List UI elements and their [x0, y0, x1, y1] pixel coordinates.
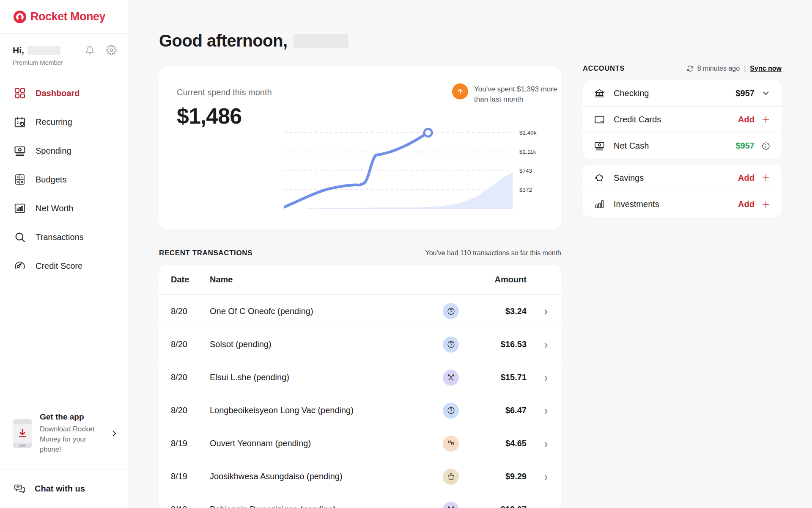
transaction-amount: $9.29 [459, 472, 527, 481]
plus-icon[interactable] [761, 115, 771, 124]
transaction-row[interactable]: 8/20Longbeoikeisyeon Long Vac (pending)$… [159, 394, 561, 427]
transaction-date: 8/19 [171, 505, 210, 508]
transaction-amount: $4.65 [459, 439, 527, 448]
spend-delta: You've spent $1,393 more than last month [452, 83, 558, 105]
account-row-checking[interactable]: $Checking$957 [583, 80, 782, 106]
spend-amount: $1,486 [177, 103, 272, 129]
budgets-icon [14, 173, 26, 186]
transaction-row[interactable]: 8/20Elsui L.she (pending)$15.71 [159, 361, 561, 394]
chat-with-us[interactable]: Chat with us [0, 469, 129, 508]
transaction-name: Joosikhwesa Asungdaiso (pending) [210, 472, 443, 481]
piggy-bank-icon [594, 172, 605, 184]
sidebar-item-budgets[interactable]: Budgets [0, 165, 129, 194]
svg-text:$1.11k: $1.11k [519, 149, 536, 155]
chevron-down-icon[interactable] [761, 88, 771, 98]
sidebar-item-net-worth[interactable]: Net Worth [0, 194, 129, 223]
gear-icon[interactable] [106, 45, 117, 55]
accounts-title: ACCOUNTS [583, 64, 625, 72]
sidebar: Rocket Money Hi, Premium Member Dashboar… [0, 0, 129, 508]
transaction-row[interactable]: 8/20Solsot (pending)$16.53 [159, 328, 561, 361]
recurring-icon [14, 116, 26, 128]
credit-card-icon [594, 114, 605, 125]
transaction-date: 8/20 [171, 340, 210, 349]
bell-icon[interactable] [85, 45, 95, 55]
info-icon[interactable] [761, 141, 771, 151]
logo-text: Rocket Money [30, 10, 105, 23]
svg-text:$372: $372 [519, 187, 532, 193]
membership-label: Premium Member [13, 59, 117, 66]
sync-now-link[interactable]: Sync now [750, 65, 782, 72]
sidebar-item-spending[interactable]: Spending [0, 136, 129, 165]
chat-label: Chat with us [35, 484, 85, 494]
transaction-date: 8/19 [171, 472, 210, 481]
sync-refresh-icon [686, 65, 694, 72]
spend-delta-text: You've spent $1,393 more than last month [474, 83, 558, 105]
get-the-app[interactable]: Get the app Download Rocket Money for yo… [0, 412, 129, 455]
networth-icon [14, 202, 26, 215]
transaction-amount: $15.71 [459, 373, 527, 382]
account-label: Savings [614, 173, 644, 183]
account-value: $957 [736, 88, 755, 98]
transactions-table-header: Date Name Amount [159, 265, 561, 295]
transaction-row[interactable]: 8/19Joosikhwesa Asungdaiso (pending)$9.2… [159, 460, 561, 493]
dining-icon [447, 505, 455, 508]
transaction-date: 8/20 [171, 406, 210, 415]
transactions-icon [14, 231, 26, 243]
svg-text:$: $ [598, 91, 601, 96]
category-icon-circle [443, 469, 459, 485]
accounts-panel: ACCOUNTS 8 minutes ago | Sync now $Check… [583, 64, 782, 217]
category-icon-circle [443, 502, 459, 508]
column-header-name: Name [210, 275, 443, 284]
sidebar-item-label: Spending [36, 146, 71, 156]
transaction-date: 8/20 [171, 373, 210, 382]
bank-icon: $ [594, 88, 605, 99]
accounts-card: SavingsAddInvestmentsAdd [583, 165, 782, 217]
account-label: Net Cash [614, 141, 649, 151]
rocket-money-logo[interactable]: Rocket Money [13, 10, 105, 24]
svg-text:$743: $743 [519, 168, 532, 174]
chevron-right-icon [110, 429, 118, 438]
transaction-row[interactable]: 8/20One Of C Oneofc (pending)$3.24 [159, 295, 561, 328]
account-add-link[interactable]: Add [738, 199, 754, 209]
question-icon [447, 307, 455, 316]
transaction-date: 8/20 [171, 306, 210, 316]
account-row-investments[interactable]: InvestmentsAdd [583, 191, 782, 217]
category-icon-circle [443, 337, 459, 353]
get-app-description: Download Rocket Money for your phone! [40, 424, 102, 455]
plus-icon[interactable] [761, 173, 771, 182]
sidebar-item-label: Transactions [36, 232, 84, 242]
spend-card: Current spend this month $1,486 You've s… [159, 66, 561, 229]
transaction-row[interactable]: 8/19Babjangin Dwaezizigae (pending)$12.0… [159, 493, 561, 508]
sidebar-item-dashboard[interactable]: Dashboard [0, 79, 129, 108]
greeting-name-redacted [294, 34, 348, 48]
entertainment-icon [447, 439, 455, 448]
main-area: Good afternoon, Current spend this month… [129, 0, 812, 508]
money-bill-icon [594, 140, 605, 152]
chevron-right-icon [527, 407, 549, 414]
chevron-right-icon [527, 506, 549, 508]
logo-row: Rocket Money [0, 0, 129, 34]
transactions-summary: You've had 110 transactions so far this … [425, 249, 561, 257]
account-row-savings[interactable]: SavingsAdd [583, 165, 782, 191]
transaction-name: Babjangin Dwaezizigae (pending) [210, 505, 443, 508]
sidebar-item-recurring[interactable]: Recurring [0, 108, 129, 136]
rocket-money-logo-icon [13, 10, 27, 24]
account-add-link[interactable]: Add [738, 173, 754, 183]
category-icon-circle [443, 436, 459, 452]
shopping-bag-icon [447, 472, 455, 481]
transaction-date: 8/19 [171, 439, 210, 448]
column-header-amount: Amount [459, 275, 527, 284]
account-row-credit-cards[interactable]: Credit CardsAdd [583, 106, 782, 133]
question-icon [447, 406, 455, 415]
chevron-right-icon [527, 473, 549, 480]
account-row-net-cash[interactable]: Net Cash$957 [583, 133, 782, 159]
transaction-amount: $3.24 [459, 306, 527, 316]
account-add-link[interactable]: Add [738, 115, 754, 124]
sidebar-item-label: Budgets [36, 175, 66, 185]
plus-icon[interactable] [761, 200, 771, 209]
dashboard-icon [14, 87, 26, 99]
sidebar-item-transactions[interactable]: Transactions [0, 223, 129, 251]
sidebar-item-credit-score[interactable]: Credit Score [0, 251, 129, 280]
transaction-name: One Of C Oneofc (pending) [210, 306, 443, 316]
transaction-row[interactable]: 8/19Ouvert Yeonnam (pending)$4.65 [159, 427, 561, 460]
